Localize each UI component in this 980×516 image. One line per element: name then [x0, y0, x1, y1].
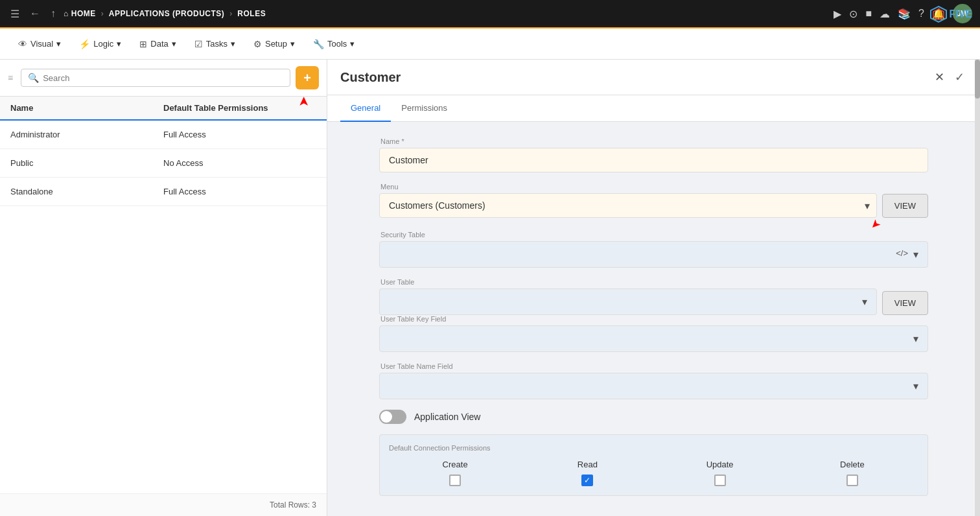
chevron-down-icon: ▾ [865, 200, 870, 212]
chevron-down-icon: ▾ [913, 333, 918, 345]
breadcrumb-arrow-2: › [229, 9, 232, 18]
security-table-select[interactable]: </> ▾ [379, 241, 928, 268]
data-icon: ⊞ [139, 39, 147, 49]
menu-view-button[interactable]: VIEW [882, 194, 928, 218]
security-table-field: Security Table </> ▾ [379, 231, 928, 268]
user-table-key-field: User Table Key Field ▾ [379, 315, 928, 352]
table-row[interactable]: Public No Access [0, 149, 327, 178]
name-input[interactable] [379, 148, 928, 172]
perm-read-header: Read [578, 460, 598, 469]
visual-chevron: ▾ [56, 39, 61, 49]
applications-link[interactable]: APPLICATIONS (PRODUCTS) [109, 9, 225, 18]
user-table-name-select[interactable]: ▾ [379, 373, 928, 399]
menu-field: Menu Customers (Customers) ▾ [379, 183, 877, 218]
security-table-icons: </> ▾ [896, 248, 918, 261]
tab-permissions[interactable]: Permissions [391, 95, 458, 122]
role-permissions: Full Access [163, 187, 316, 196]
perm-create-col: Create [389, 460, 521, 486]
scrollbar[interactable] [975, 60, 980, 516]
perm-create-checkbox[interactable] [449, 475, 461, 486]
table-row[interactable]: Standalone Full Access [0, 178, 327, 206]
breadcrumb-arrow-1: › [101, 9, 104, 18]
tools-chevron: ▾ [350, 39, 355, 49]
help-icon[interactable]: ? [918, 8, 924, 19]
role-name: Administrator [10, 130, 163, 139]
search-input-wrap[interactable]: 🔍 [21, 69, 290, 87]
stop-icon[interactable]: ■ [865, 8, 872, 19]
perm-read-col: Read ✓ [521, 460, 653, 486]
menu-label: Menu [379, 183, 877, 191]
roles-link[interactable]: ROLES [237, 9, 266, 18]
default-connection-permissions: Default Connection Permissions Create Re… [379, 434, 928, 496]
page-title: Customer [340, 70, 932, 85]
visual-menu[interactable]: 👁 Visual ▾ [10, 35, 69, 53]
data-menu[interactable]: ⊞ Data ▾ [132, 35, 183, 53]
hamburger-icon[interactable]: ☰ [8, 5, 22, 23]
up-icon[interactable]: ↑ [48, 5, 58, 22]
cloud-icon[interactable]: ☁ [880, 8, 890, 20]
form-area: Name * Menu Customers (Customers) ▾ VIEW… [327, 122, 980, 516]
perm-create-header: Create [443, 460, 468, 469]
menu-chevron: ▾ [858, 200, 876, 212]
book-icon[interactable]: 📚 [898, 8, 911, 20]
filter-icon: ≡ [8, 73, 13, 83]
left-panel: ≡ 🔍 + ➤ Name Default Table Permissions A… [0, 60, 327, 516]
col-permissions-header: Default Table Permissions [163, 103, 316, 113]
main-layout: ≡ 🔍 + ➤ Name Default Table Permissions A… [0, 60, 980, 516]
tab-general[interactable]: General [340, 95, 391, 122]
role-permissions: Full Access [163, 130, 316, 139]
search-circle-icon[interactable]: ⊙ [849, 8, 858, 20]
user-table-label: User Table [379, 278, 877, 286]
perm-update-checkbox[interactable] [714, 475, 726, 486]
role-permissions: No Access [163, 158, 316, 168]
tasks-menu[interactable]: ☑ Tasks ▾ [187, 35, 243, 53]
setup-menu[interactable]: ⚙ Setup ▾ [246, 35, 303, 53]
permissions-grid: Create Read ✓ Update Delete [389, 460, 918, 486]
chevron-down-icon: ▾ [913, 380, 918, 392]
menu-select[interactable]: Customers (Customers) ▾ [379, 193, 877, 218]
menu-field-wrapper: Menu Customers (Customers) ▾ VIEW ➤ [379, 183, 928, 218]
play-icon[interactable]: ▶ [834, 8, 841, 20]
logic-chevron: ▾ [117, 39, 121, 49]
table-row[interactable]: Administrator Full Access [0, 121, 327, 149]
top-nav: ☰ ← ↑ ⌂ HOME › APPLICATIONS (PRODUCTS) ›… [0, 0, 980, 29]
logic-menu[interactable]: ⚡ Logic ▾ [71, 35, 129, 53]
tasks-chevron: ▾ [231, 39, 235, 49]
add-button[interactable]: + [296, 66, 319, 89]
tabs: General Permissions [327, 95, 980, 122]
data-chevron: ▾ [172, 39, 176, 49]
perm-delete-checkbox[interactable] [846, 475, 858, 486]
confirm-button[interactable]: ✓ [952, 67, 967, 87]
setup-icon: ⚙ [253, 39, 262, 49]
user-table-key-select[interactable]: ▾ [379, 325, 928, 352]
user-table-key-label: User Table Key Field [379, 315, 928, 323]
user-table-view-button[interactable]: VIEW [882, 291, 928, 315]
back-icon[interactable]: ← [27, 5, 43, 22]
menu-value: Customers (Customers) [380, 194, 858, 217]
chevron-down-icon: ▾ [862, 296, 867, 308]
five-logo: FIVE [929, 5, 972, 23]
code-icon: </> [896, 248, 908, 261]
header-actions: ✕ ✓ [932, 67, 967, 87]
setup-chevron: ▾ [290, 39, 295, 49]
user-table-field-wrapper: User Table ▾ VIEW [379, 278, 928, 315]
search-input[interactable] [43, 73, 283, 83]
app-view-toggle[interactable] [379, 410, 406, 424]
name-field: Name * [379, 137, 928, 172]
tasks-icon: ☑ [194, 39, 203, 49]
role-name: Standalone [10, 187, 163, 196]
tools-menu[interactable]: 🔧 Tools ▾ [305, 35, 362, 53]
toolbar: 👁 Visual ▾ ⚡ Logic ▾ ⊞ Data ▾ ☑ Tasks ▾ … [0, 29, 980, 60]
close-button[interactable]: ✕ [932, 67, 947, 87]
home-link[interactable]: ⌂ HOME [64, 9, 96, 18]
perm-update-header: Update [706, 460, 734, 469]
search-icon: 🔍 [28, 73, 39, 83]
default-connection-label: Default Connection Permissions [389, 444, 918, 452]
col-name-header: Name [10, 103, 163, 113]
user-table-name-label: User Table Name Field [379, 362, 928, 370]
user-table-select[interactable]: ▾ [379, 288, 877, 315]
right-header: Customer ✕ ✓ [327, 60, 980, 95]
perm-read-checkbox[interactable]: ✓ [581, 475, 593, 486]
svg-marker-1 [933, 9, 944, 19]
user-table-field: User Table ▾ [379, 278, 877, 315]
